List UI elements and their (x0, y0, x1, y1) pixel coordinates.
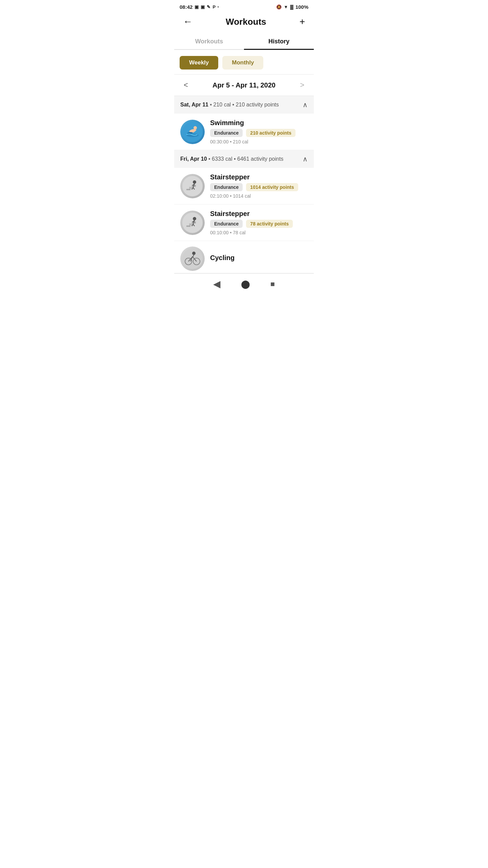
workout-item-stairstepper1[interactable]: Stairstepper Endurance 1014 activity poi… (174, 168, 314, 204)
day-header-apr11-text: Sat, Apr 11 • 210 cal • 210 activity poi… (180, 102, 279, 108)
svg-point-27 (192, 252, 196, 255)
cycling-icon (182, 249, 203, 269)
nav-recents-icon[interactable]: ■ (270, 280, 275, 289)
workout-avatar-cycling (180, 246, 205, 271)
workout-info-stairstepper1: Stairstepper Endurance 1014 activity poi… (210, 173, 308, 199)
workout-info-stairstepper2: Stairstepper Endurance 78 activity point… (210, 210, 308, 235)
tab-history[interactable]: History (244, 33, 314, 49)
tag-points-stairstepper2: 78 activity points (246, 220, 293, 228)
workout-item-stairstepper2[interactable]: Stairstepper Endurance 78 activity point… (174, 204, 314, 241)
workout-item-cycling[interactable]: Cycling (174, 241, 314, 273)
edit-icon: ✎ (207, 4, 210, 9)
tabs-container: Workouts History (174, 33, 314, 50)
svg-point-16 (193, 217, 196, 220)
filter-row: Weekly Monthly (174, 50, 314, 74)
filter-weekly[interactable]: Weekly (180, 56, 218, 70)
back-button[interactable]: ← (180, 16, 195, 28)
tag-endurance-stairstepper2: Endurance (210, 220, 243, 228)
add-button[interactable]: + (297, 16, 308, 28)
battery-label: 100% (296, 4, 308, 10)
sim2-icon: ▣ (201, 4, 205, 9)
nav-home-icon[interactable]: ⬤ (241, 279, 250, 289)
workout-avatar-stairstepper1 (180, 174, 205, 198)
tag-endurance-stairstepper1: Endurance (210, 183, 243, 191)
sim-icon: ▣ (195, 4, 199, 9)
workout-tags-stairstepper1: Endurance 1014 activity points (210, 183, 308, 191)
workout-avatar-swimming (180, 120, 205, 144)
workout-meta-swimming: 00:30:00 • 210 cal (210, 139, 308, 144)
status-system: 🔕 ▼ ▓ 100% (276, 4, 308, 10)
svg-point-21 (182, 249, 203, 269)
mute-icon: 🔕 (276, 4, 282, 9)
filter-monthly[interactable]: Monthly (222, 56, 263, 70)
tag-endurance-swimming: Endurance (210, 129, 243, 137)
workout-name-stairstepper2: Stairstepper (210, 210, 308, 218)
svg-point-7 (193, 180, 196, 184)
day-header-apr11[interactable]: Sat, Apr 11 • 210 cal • 210 activity poi… (174, 96, 314, 114)
workout-name-cycling: Cycling (210, 254, 308, 262)
workout-tags-stairstepper2: Endurance 78 activity points (210, 220, 308, 228)
status-time: 08:42 ▣ ▣ ✎ P • (180, 4, 219, 10)
parking-icon: P (212, 4, 216, 9)
day-header-apr10-text: Fri, Apr 10 • 6333 cal • 6461 activity p… (180, 156, 283, 162)
workout-info-cycling: Cycling (210, 254, 308, 264)
day-header-apr10[interactable]: Fri, Apr 10 • 6333 cal • 6461 activity p… (174, 150, 314, 168)
collapse-icon-apr10: ∧ (303, 155, 308, 163)
battery-icon: ▓ (290, 4, 293, 9)
status-bar: 08:42 ▣ ▣ ✎ P • 🔕 ▼ ▓ 100% (174, 0, 314, 12)
date-prev-button[interactable]: < (181, 79, 191, 91)
tag-points-swimming: 210 activity points (246, 129, 295, 137)
date-navigator: < Apr 5 - Apr 11, 2020 > (174, 75, 314, 96)
workout-avatar-stairstepper2 (180, 211, 205, 235)
page-title: Workouts (226, 17, 266, 27)
tab-workouts[interactable]: Workouts (174, 33, 244, 49)
workout-item-swimming[interactable]: Swimming Endurance 210 activity points 0… (174, 114, 314, 150)
date-next-button[interactable]: > (297, 79, 307, 91)
bottom-nav: ◀ ⬤ ■ (174, 273, 314, 293)
nav-back-icon[interactable]: ◀ (213, 278, 221, 290)
dot-icon: • (218, 5, 219, 9)
date-label: Apr 5 - Apr 11, 2020 (212, 81, 276, 89)
stairstepper-icon-1 (182, 176, 203, 196)
swimming-icon (182, 122, 203, 142)
tag-points-stairstepper1: 1014 activity points (246, 183, 298, 191)
workout-name-stairstepper1: Stairstepper (210, 173, 308, 181)
time-label: 08:42 (180, 4, 192, 10)
svg-point-1 (194, 126, 197, 130)
stairstepper-icon-2 (182, 213, 203, 233)
workout-name-swimming: Swimming (210, 119, 308, 127)
workout-info-swimming: Swimming Endurance 210 activity points 0… (210, 119, 308, 144)
workout-meta-stairstepper2: 00:10:00 • 78 cal (210, 230, 308, 235)
workout-tags-swimming: Endurance 210 activity points (210, 129, 308, 137)
header: ← Workouts + (174, 12, 314, 33)
collapse-icon-apr11: ∧ (303, 101, 308, 109)
workout-meta-stairstepper1: 02:10:00 • 1014 cal (210, 193, 308, 199)
svg-rect-13 (186, 225, 190, 227)
svg-rect-4 (186, 189, 190, 190)
wifi-icon: ▼ (284, 4, 288, 9)
